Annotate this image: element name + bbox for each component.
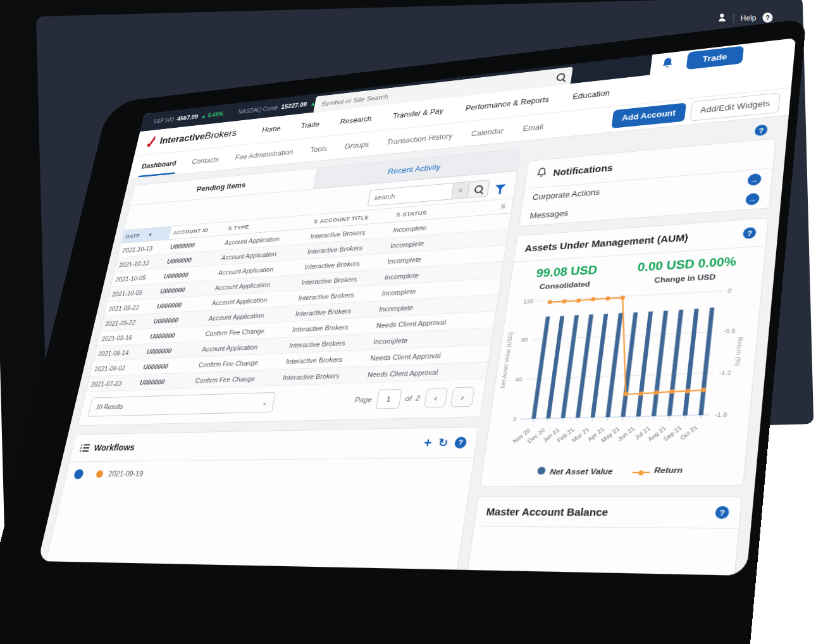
cell-account-id[interactable]: U000000 bbox=[135, 373, 194, 390]
filter-funnel-icon[interactable] bbox=[495, 184, 506, 190]
help-question-icon[interactable]: ? bbox=[762, 12, 772, 22]
subnav-item-calendar[interactable]: Calendar bbox=[469, 120, 507, 144]
workflow-date: 2021-09-19 bbox=[108, 469, 144, 478]
master-balance-header: Master Account Balance ? bbox=[474, 497, 741, 529]
logo-mark-icon bbox=[145, 135, 159, 150]
nav-item-performance-reports[interactable]: Performance & Reports bbox=[465, 96, 550, 113]
cell-end bbox=[483, 245, 505, 263]
nav-item-research[interactable]: Research bbox=[340, 115, 373, 126]
nav-item-transfer-pay[interactable]: Transfer & Pay bbox=[392, 107, 444, 120]
add-account-button[interactable]: Add Account bbox=[611, 102, 686, 128]
portal-page: S&P 5004567.09▲ 0.49%NASDAQ Comp15227.08… bbox=[38, 38, 796, 576]
cell-date: 2021-09-14 bbox=[94, 344, 145, 361]
subnav-item-tools[interactable]: Tools bbox=[307, 138, 331, 160]
pending-items-card: Pending Items Recent Activity ✕ bbox=[78, 149, 521, 426]
results-per-page-select[interactable]: 10 Results⌄ bbox=[88, 392, 276, 417]
subnav-item-transaction-history[interactable]: Transaction History bbox=[384, 125, 455, 152]
svg-text:-0.6: -0.6 bbox=[723, 327, 736, 335]
subnav-item-dashboard[interactable]: Dashboard bbox=[139, 152, 180, 177]
workflows-help-icon[interactable]: ? bbox=[454, 437, 467, 448]
nav-item-home[interactable]: Home bbox=[261, 125, 281, 134]
subnav-item-groups[interactable]: Groups bbox=[342, 133, 372, 157]
ticker-symbol: S&P 500 bbox=[152, 116, 174, 125]
subnav-item-email[interactable]: Email bbox=[520, 115, 546, 139]
bar-Mar-21 bbox=[591, 314, 609, 418]
help-cluster: Help ? bbox=[717, 11, 773, 25]
notifications-help-icon[interactable]: ? bbox=[754, 124, 768, 136]
sort-icon[interactable]: ⇅ bbox=[227, 225, 233, 232]
bar-Dec-20 bbox=[546, 316, 564, 418]
workflow-dot-icon bbox=[96, 470, 104, 478]
column-header-sort[interactable]: ⇅ bbox=[491, 198, 513, 214]
arrow-circle-icon[interactable]: → bbox=[745, 193, 760, 206]
pending-items-table: DATE ▾ACCOUNT ID⇅TYPE⇅ACCOUNT TITLE⇅STAT… bbox=[86, 198, 513, 392]
legend-net-asset-value: Net Asset Value bbox=[537, 466, 614, 476]
svg-text:Return (%): Return (%) bbox=[733, 337, 744, 366]
search-icon[interactable] bbox=[556, 73, 566, 82]
subnav-item-fee-administration[interactable]: Fee Administration bbox=[232, 141, 297, 167]
prev-page-button[interactable]: ‹ bbox=[424, 388, 448, 408]
cell-account-title: Interactive Brokers bbox=[278, 366, 365, 385]
cell-account-id[interactable]: U000000 bbox=[139, 357, 197, 375]
svg-text:Mar 21: Mar 21 bbox=[571, 426, 590, 443]
cell-end bbox=[471, 328, 493, 345]
page-number-input[interactable] bbox=[375, 389, 402, 409]
master-balance-help-icon[interactable]: ? bbox=[715, 506, 729, 519]
cell-date: 2021-09-02 bbox=[90, 359, 142, 376]
ticker-symbol: NASDAQ Comp bbox=[238, 104, 278, 115]
workflow-status-icon bbox=[73, 469, 84, 480]
svg-text:0: 0 bbox=[727, 287, 732, 294]
pagination: Page of 2 ‹ › bbox=[353, 387, 475, 409]
master-balance-title: Master Account Balance bbox=[486, 506, 609, 518]
workflows-card: Workflows + ↻ ? 2021-09-19 bbox=[43, 426, 479, 576]
chart-legend: Net Asset ValueReturn bbox=[480, 462, 745, 486]
cell-end bbox=[486, 229, 508, 247]
svg-text:Jun 21: Jun 21 bbox=[617, 425, 636, 442]
svg-text:Sep 21: Sep 21 bbox=[662, 424, 684, 443]
pending-search-input[interactable] bbox=[368, 183, 454, 206]
cell-date: 2021-07-23 bbox=[86, 375, 138, 392]
arrow-circle-icon[interactable]: → bbox=[747, 173, 762, 186]
workflows-title: Workflows bbox=[93, 442, 136, 452]
subnav-item-contacts[interactable]: Contacts bbox=[189, 149, 222, 171]
sort-icon[interactable]: ⇅ bbox=[313, 218, 319, 225]
sort-icon[interactable]: ⇅ bbox=[395, 212, 401, 218]
aum-chart: 040801200-0.6-1.2-1.8Net Asset Value (US… bbox=[484, 280, 762, 465]
bell-icon[interactable] bbox=[660, 56, 675, 70]
nav-item-trade[interactable]: Trade bbox=[300, 120, 321, 130]
notifications-title: Notifications bbox=[553, 163, 614, 178]
aum-help-icon[interactable]: ? bbox=[743, 227, 757, 239]
bar-Feb-21 bbox=[576, 314, 593, 418]
workflows-actions: + ↻ ? bbox=[423, 435, 467, 449]
next-page-button[interactable]: › bbox=[450, 387, 475, 407]
add-edit-widgets-button[interactable]: Add/Edit Widgets bbox=[690, 92, 781, 121]
tilted-screen: S&P 5004567.09▲ 0.49%NASDAQ Comp15227.08… bbox=[38, 38, 796, 576]
aum-card: Assets Under Management (AUM) ? 99.08 US… bbox=[479, 218, 769, 486]
help-label[interactable]: Help bbox=[741, 13, 757, 23]
bar-Sep-21 bbox=[683, 309, 698, 416]
cell-end bbox=[481, 261, 503, 279]
workflow-row[interactable]: 2021-09-19 bbox=[64, 458, 474, 486]
svg-text:-1.8: -1.8 bbox=[715, 411, 727, 419]
svg-text:120: 120 bbox=[523, 297, 534, 305]
return-point-Apr-21 bbox=[620, 295, 625, 300]
nav-item-education[interactable]: Education bbox=[572, 89, 610, 101]
svg-text:40: 40 bbox=[515, 375, 523, 383]
search-submit-icon[interactable] bbox=[467, 180, 490, 198]
cell-end bbox=[476, 294, 498, 312]
ticker-value: 15227.08 bbox=[280, 101, 307, 110]
bar-Apr-21 bbox=[605, 313, 622, 418]
person-icon[interactable] bbox=[717, 12, 727, 24]
add-workflow-icon[interactable]: + bbox=[423, 436, 433, 449]
refresh-icon[interactable]: ↻ bbox=[438, 437, 449, 449]
net-asset-value-swatch bbox=[537, 467, 546, 474]
bar-Nov-20 bbox=[531, 316, 550, 419]
ticker-item: S&P 5004567.09▲ 0.49% bbox=[152, 110, 224, 125]
return-point-Mar-21 bbox=[605, 296, 610, 300]
cell-end bbox=[468, 345, 491, 362]
cell-end bbox=[466, 362, 488, 380]
ticker-change: ▲ 0.49% bbox=[201, 111, 224, 119]
aum-chart-svg: 040801200-0.6-1.2-1.8Net Asset Value (US… bbox=[487, 282, 748, 462]
return-point-Feb-21 bbox=[591, 297, 596, 301]
svg-text:Net Asset Value (USD): Net Asset Value (USD) bbox=[500, 331, 515, 388]
